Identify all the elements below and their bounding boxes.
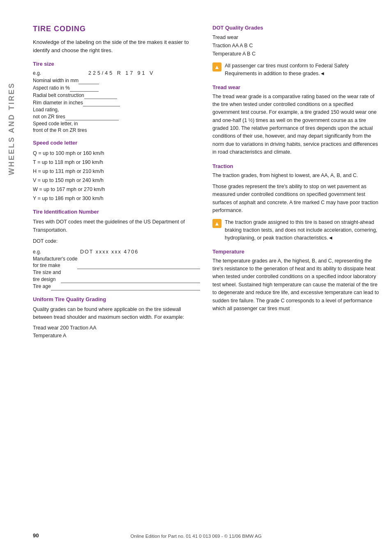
right-column: DOT Quality Grades Tread wear Traction A… xyxy=(212,25,380,342)
tire-id-heading: Tire Identification Number xyxy=(33,209,200,215)
warning-icon-1: ▲ xyxy=(212,62,221,71)
example-label: e.g. xyxy=(33,70,55,76)
tire-size-row-5: Load rating,not on ZR tires xyxy=(33,106,200,120)
section-intro: Knowledge of the labeling on the side of… xyxy=(33,38,200,54)
example-value: 225/45 R 17 91 V xyxy=(88,70,154,76)
speed-code-item-v: V = up to 150 mph or 240 km/h xyxy=(33,176,200,185)
tire-size-heading: Tire size xyxy=(33,61,200,67)
footer-text: Online Edition for Part no. 01 41 0 013 … xyxy=(130,534,261,539)
tire-size-row-2: Aspect ratio in % xyxy=(33,84,200,92)
speed-code-item-y: Y = up to 186 mph or 300 km/h xyxy=(33,194,200,203)
page-title: TIRE CODING xyxy=(33,25,200,33)
traction-warning: ▲ The traction grade assigned to this ti… xyxy=(212,219,380,242)
traction-text-2: Those grades represent the tire's abilit… xyxy=(212,183,380,215)
page-container: WHEELS AND TIRES TIRE CODING Knowledge o… xyxy=(0,0,392,555)
dot-eg-label: e.g. xyxy=(33,249,55,255)
dot-row-3: Tire age xyxy=(33,283,200,290)
dot-eg-value: DOT xxxx xxx 4706 xyxy=(80,249,138,255)
dq-item-1: Tread wear xyxy=(212,33,380,41)
utqg-example: Tread wear 200 Traction AATemperature A xyxy=(33,324,200,340)
dot-diagram: e.g. DOT xxxx xxx 4706 Manufacturer's co… xyxy=(33,249,200,290)
speed-code-item-t: T = up to 118 mph or 190 km/h xyxy=(33,158,200,167)
tire-size-row-3: Radial belt construction xyxy=(33,92,200,99)
tire-size-row-6: Speed code letter, infront of the R on Z… xyxy=(33,120,200,134)
speed-code-item-q: Q = up to 100 mph or 160 km/h xyxy=(33,149,200,158)
dot-row-2: Tire size andtire design xyxy=(33,269,200,283)
tire-size-row-1: Nominal width in mm xyxy=(33,77,200,84)
dot-quality-heading: DOT Quality Grades xyxy=(212,25,380,31)
tire-size-example-row: e.g. 225/45 R 17 91 V xyxy=(33,70,200,76)
tire-size-rows: Nominal width in mm Aspect ratio in % Ra… xyxy=(33,77,200,134)
dot-quality-warning-text: All passenger car tires must conform to … xyxy=(225,62,380,78)
temperature-heading: Temperature xyxy=(212,249,380,255)
dot-example-row: e.g. DOT xxxx xxx 4706 xyxy=(33,249,200,255)
utqg-text: Quality grades can be found where applic… xyxy=(33,306,200,322)
tread-wear-heading: Tread wear xyxy=(212,84,380,90)
traction-heading: Traction xyxy=(212,163,380,169)
tread-wear-text: The tread wear grade is a comparative ra… xyxy=(212,93,380,157)
sidebar-label: WHEELS AND TIRES xyxy=(7,82,16,175)
traction-text-1: The traction grades, from highest to low… xyxy=(212,172,380,180)
speed-code-item-h: H = up to 131 mph or 210 km/h xyxy=(33,167,200,176)
traction-warning-text: The traction grade assigned to this tire… xyxy=(225,219,380,242)
utqg-heading: Uniform Tire Quality Grading xyxy=(33,296,200,302)
dq-item-2: Traction AA A B C xyxy=(212,41,380,50)
left-column: TIRE CODING Knowledge of the labeling on… xyxy=(33,25,200,342)
dot-quality-warning: ▲ All passenger car tires must conform t… xyxy=(212,62,380,78)
warning-icon-2: ▲ xyxy=(212,219,221,228)
speed-code-heading: Speed code letter xyxy=(33,140,200,146)
tire-size-row-4: Rim diameter in inches xyxy=(33,99,200,106)
speed-code-item-w: W = up to 167 mph or 270 km/h xyxy=(33,185,200,194)
dot-row-1: Manufacturer's codefor tire make xyxy=(33,256,200,269)
dot-label: DOT code: xyxy=(33,237,200,245)
page-footer: Online Edition for Part no. 01 41 0 013 … xyxy=(0,534,392,539)
dot-quality-list: Tread wear Traction AA A B C Temperature… xyxy=(212,33,380,58)
dq-item-3: Temperature A B C xyxy=(212,50,380,58)
content-area: TIRE CODING Knowledge of the labeling on… xyxy=(33,25,380,342)
dot-rows: Manufacturer's codefor tire make Tire si… xyxy=(33,256,200,290)
speed-code-list: Q = up to 100 mph or 160 km/h T = up to … xyxy=(33,149,200,203)
tire-id-intro: Tires with DOT codes meet the guidelines… xyxy=(33,218,200,234)
temperature-text: The temperature grades are A, the highes… xyxy=(212,257,380,313)
tire-size-diagram: e.g. 225/45 R 17 91 V Nominal width in m… xyxy=(33,70,200,134)
